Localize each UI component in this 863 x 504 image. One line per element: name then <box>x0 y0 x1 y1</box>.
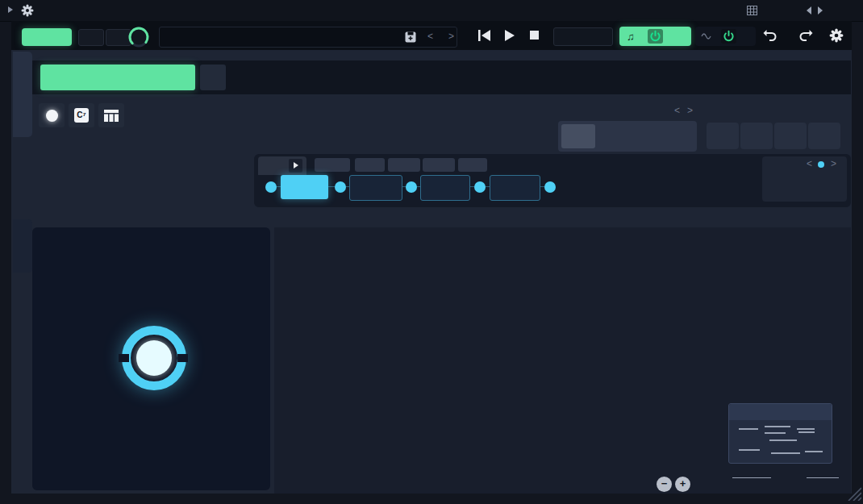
tab-orb-master[interactable] <box>13 52 32 137</box>
toolbar: < > ♫ <box>11 21 852 50</box>
orb-panel <box>32 227 270 490</box>
drag-to-daw-box[interactable] <box>728 403 832 464</box>
chord-type-dim[interactable] <box>662 124 694 148</box>
midi-preview <box>805 451 823 452</box>
song-play-button[interactable] <box>289 159 302 173</box>
drag-to-daw-header <box>729 404 832 420</box>
undo-icon[interactable] <box>763 28 778 43</box>
song-tab[interactable] <box>258 156 306 175</box>
settings-gear-icon[interactable] <box>829 28 844 43</box>
chord-chip-fm[interactable] <box>420 175 470 201</box>
chord-chip-cm2[interactable] <box>490 175 540 201</box>
grid-value[interactable] <box>807 476 839 478</box>
app-logo-gear-icon <box>21 4 34 17</box>
midi-preview <box>765 432 786 434</box>
chord-mode-button[interactable]: C⁷ <box>69 103 94 127</box>
color-7th[interactable] <box>707 123 739 149</box>
zoom-out-button[interactable]: − <box>657 477 672 492</box>
save-preset-icon[interactable] <box>404 31 417 44</box>
orb-chords-window: < > ♫ <box>0 0 863 504</box>
ext-halfdim-pill[interactable] <box>458 158 487 172</box>
collapse-arrow-icon[interactable] <box>8 6 13 13</box>
midi-preview <box>771 452 800 454</box>
orb-core[interactable] <box>136 340 172 376</box>
orb-ring-slit-left <box>119 354 129 362</box>
synth-power-icon[interactable] <box>721 29 736 44</box>
chord-type-maj[interactable] <box>561 124 595 148</box>
midi-preview <box>765 426 790 427</box>
preset-next-chevron[interactable]: > <box>448 31 454 41</box>
orb-icon <box>46 110 58 122</box>
add-chord-button-4[interactable] <box>544 181 556 193</box>
chord-type-next[interactable]: > <box>687 106 693 115</box>
ext-13th-pill[interactable] <box>423 158 455 172</box>
pager-prev[interactable]: < <box>807 159 812 169</box>
midi-preview <box>739 428 758 430</box>
midi-preview <box>798 431 815 433</box>
midi-preview <box>769 439 797 441</box>
synth-toggle-group[interactable] <box>695 27 756 46</box>
volume-knob[interactable] <box>127 26 150 48</box>
midi-preview <box>739 449 760 451</box>
ext-7th-pill[interactable] <box>315 158 350 172</box>
skip-start-button[interactable] <box>477 29 492 42</box>
voicing-preset-field[interactable]: < > <box>159 27 457 48</box>
chord-type-min[interactable] <box>597 124 627 148</box>
chord-type-prev[interactable]: < <box>674 106 680 115</box>
daw-sync-button[interactable] <box>553 27 613 46</box>
ext-9th-pill[interactable] <box>355 158 385 172</box>
color-9th[interactable] <box>740 123 773 149</box>
ext-11th-pill[interactable] <box>388 158 420 172</box>
play-icon <box>294 162 298 169</box>
midi-note-icon: ♫ <box>627 31 635 43</box>
color-13th[interactable] <box>808 123 840 149</box>
preset-prev-chevron[interactable]: < <box>427 31 433 41</box>
add-chord-button-3[interactable] <box>474 181 486 193</box>
add-chord-button-2[interactable] <box>406 181 417 193</box>
color-11th[interactable] <box>774 123 807 149</box>
play-button[interactable] <box>504 29 515 42</box>
activate-button[interactable] <box>22 28 72 46</box>
piano-roll: − + <box>274 227 851 494</box>
grid-view-icon[interactable] <box>747 6 757 15</box>
redo-icon[interactable] <box>798 28 813 43</box>
chord-type-sus4[interactable] <box>628 124 662 148</box>
add-chord-button-1[interactable] <box>335 181 346 193</box>
preset-prev-icon[interactable] <box>807 6 811 15</box>
stop-button[interactable] <box>529 30 540 40</box>
add-theme-button[interactable] <box>200 65 226 90</box>
resize-grip[interactable] <box>845 485 861 501</box>
orb-ring-slit-right <box>177 354 188 362</box>
pager-dot[interactable] <box>818 161 824 168</box>
preset-next-icon[interactable] <box>818 6 823 15</box>
theme-tab[interactable] <box>40 65 195 90</box>
orb-mode-button[interactable] <box>39 103 65 127</box>
midi-preview <box>797 428 815 430</box>
chord-chip-cm1[interactable] <box>349 175 402 201</box>
solo-button[interactable] <box>78 29 104 46</box>
zoom-in-button[interactable]: + <box>675 477 690 492</box>
c7-chord-icon: C⁷ <box>74 108 89 123</box>
title-bar <box>0 0 863 22</box>
velocity-value[interactable] <box>732 476 771 478</box>
sine-wave-icon <box>701 33 711 40</box>
grid-mode-button[interactable] <box>98 103 124 127</box>
add-chord-button-0[interactable] <box>265 181 277 193</box>
tab-orb-chords[interactable] <box>13 219 32 273</box>
midi-power-icon[interactable] <box>648 29 663 44</box>
pager-next[interactable]: > <box>831 159 836 169</box>
table-icon <box>104 110 119 122</box>
chord-chip-g[interactable] <box>281 175 328 199</box>
midi-toggle-group[interactable]: ♫ <box>619 27 691 46</box>
